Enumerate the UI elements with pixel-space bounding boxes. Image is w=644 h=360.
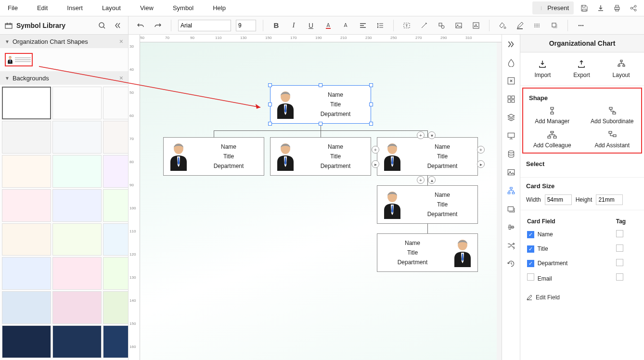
collapse-up-button[interactable]: ▾ [428, 131, 436, 139]
add-colleague-button[interactable]: Add Colleague [525, 130, 580, 149]
background-thumb[interactable] [103, 87, 128, 119]
background-thumb[interactable] [103, 121, 128, 154]
align-panel-button[interactable] [505, 221, 517, 233]
shadow-button[interactable] [548, 19, 561, 32]
bold-button[interactable]: B [270, 19, 283, 32]
field-checkbox[interactable]: ✓ [527, 245, 534, 253]
line-spacing-button[interactable] [374, 19, 386, 32]
menu-symbol[interactable]: Symbol [170, 2, 196, 13]
org-node[interactable]: Name Title Department [377, 233, 478, 272]
org-node[interactable]: Name Title Department [377, 185, 478, 224]
save-button[interactable] [579, 2, 590, 14]
background-thumb[interactable] [2, 257, 51, 290]
add-right-button[interactable]: + [477, 146, 485, 154]
menu-layout[interactable]: Layout [99, 2, 124, 13]
org-node[interactable]: Name Title Department [377, 137, 478, 176]
layers-button[interactable] [505, 112, 517, 123]
menu-insert[interactable]: Insert [64, 2, 86, 13]
connector-button[interactable] [418, 19, 430, 32]
underline-button[interactable]: U [305, 19, 317, 32]
expand-right-button[interactable]: ▸ [477, 160, 485, 168]
import-button[interactable]: Import [534, 59, 551, 78]
background-thumb[interactable] [103, 189, 128, 222]
download-button[interactable] [595, 2, 606, 14]
org-card-shape-thumb[interactable] [5, 53, 33, 66]
background-thumb[interactable] [52, 155, 102, 188]
menu-file[interactable]: File [5, 2, 21, 13]
align-button[interactable] [357, 19, 369, 32]
collapse-down-button[interactable]: ▴ [428, 176, 436, 184]
background-thumb[interactable] [103, 257, 128, 290]
panel-backgrounds-header[interactable]: ▼ Backgrounds × [0, 71, 128, 85]
background-thumb[interactable] [2, 223, 51, 256]
line-style-button[interactable] [531, 19, 543, 32]
close-panel-button[interactable]: × [119, 38, 123, 45]
menu-help[interactable]: Help [210, 2, 229, 13]
italic-button[interactable]: I [287, 19, 300, 32]
add-manager-button[interactable]: Add Manager [525, 106, 580, 125]
background-thumb[interactable] [52, 291, 102, 324]
org-node-root[interactable]: Name Title Department [270, 85, 371, 124]
line-color-button[interactable] [514, 19, 526, 32]
background-thumb[interactable] [2, 121, 51, 154]
org-chart-panel-button[interactable] [505, 185, 517, 196]
background-thumb[interactable] [103, 291, 128, 324]
theme-button[interactable] [505, 57, 517, 68]
undo-button[interactable] [134, 19, 147, 32]
tag-checkbox[interactable] [616, 273, 623, 281]
background-thumb[interactable] [2, 325, 51, 358]
play-left-button[interactable]: ▸ [372, 160, 379, 168]
insert-shape-button[interactable] [435, 19, 448, 32]
background-thumb[interactable] [2, 291, 51, 324]
style-button[interactable] [505, 75, 517, 87]
collapse-sidebar-button[interactable] [112, 20, 123, 31]
add-subordinate-button[interactable]: Add Subordinate [585, 106, 640, 125]
background-thumb[interactable] [2, 189, 51, 222]
layout-button[interactable]: Layout [613, 59, 630, 78]
slide-button[interactable] [505, 130, 517, 141]
background-thumb[interactable] [52, 257, 102, 290]
background-thumb[interactable] [2, 155, 51, 188]
org-node[interactable]: Name Title Department [163, 137, 264, 176]
tag-checkbox[interactable] [616, 230, 623, 237]
field-checkbox[interactable]: ✓ [527, 260, 534, 267]
background-thumb[interactable] [103, 155, 128, 188]
org-node[interactable]: Name Title Department [270, 137, 371, 176]
width-input[interactable] [545, 194, 572, 205]
background-thumb[interactable] [103, 325, 128, 358]
present-from-current-button[interactable] [533, 6, 541, 10]
font-select[interactable] [178, 20, 231, 31]
menu-view[interactable]: View [137, 2, 156, 13]
expand-panel-button[interactable] [505, 39, 517, 50]
background-thumb[interactable] [52, 223, 102, 256]
menu-edit[interactable]: Edit [34, 2, 51, 13]
redo-button[interactable] [152, 19, 164, 32]
more-button[interactable] [575, 19, 587, 32]
tag-checkbox[interactable] [616, 259, 623, 266]
field-checkbox[interactable]: ✓ [527, 231, 534, 238]
height-input[interactable] [596, 194, 623, 205]
highlight-button[interactable] [339, 19, 352, 32]
shuffle-button[interactable] [505, 240, 517, 251]
add-above-button[interactable]: + [417, 131, 425, 139]
background-thumb[interactable] [52, 189, 102, 222]
slides-panel-button[interactable] [505, 203, 517, 215]
share-button[interactable] [628, 2, 639, 14]
present-button[interactable]: Present [541, 2, 573, 13]
grid-button[interactable] [505, 93, 517, 105]
add-assistant-button[interactable]: Add Assistant [585, 130, 640, 149]
background-thumb[interactable] [103, 223, 128, 256]
insert-image-button[interactable] [452, 19, 465, 32]
background-thumb[interactable] [52, 121, 102, 154]
image-panel-button[interactable] [505, 167, 517, 178]
background-thumb[interactable] [52, 87, 102, 119]
edit-field-button[interactable]: Edit Field [520, 290, 644, 305]
add-left-button[interactable]: + [372, 146, 379, 154]
background-thumb[interactable] [2, 87, 51, 119]
export-button[interactable]: Export [573, 59, 590, 78]
font-size-select[interactable] [236, 20, 256, 31]
print-button[interactable] [611, 2, 623, 14]
search-library-button[interactable] [96, 20, 108, 31]
text-tool-button[interactable]: T [400, 19, 413, 32]
insert-chart-button[interactable] [470, 19, 482, 32]
